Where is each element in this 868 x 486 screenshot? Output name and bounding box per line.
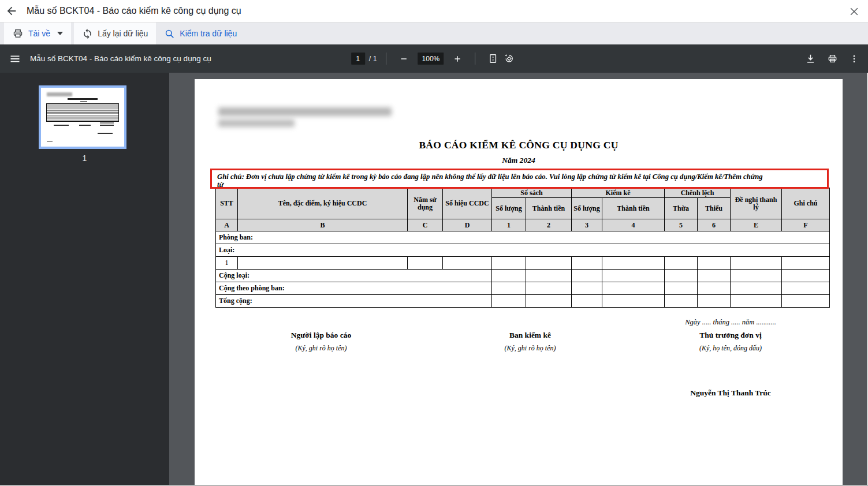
empty-cell [782, 295, 830, 308]
signature-title: Ban kiểm kê [455, 331, 605, 340]
empty-cell [492, 257, 526, 270]
thumb-name-line [98, 133, 113, 134]
caret-down-icon[interactable] [57, 32, 63, 35]
signature-block-director: Thủ trưởng đơn vị (Ký, họ tên, đóng dấu) [655, 331, 806, 353]
thumbnail-sidebar: 1 [0, 73, 169, 486]
empty-cell [698, 257, 731, 270]
empty-cell [782, 270, 830, 282]
pdf-document-title: Mẫu số BCKT04 - Báo cáo kiểm kê công cụ … [30, 54, 211, 63]
document-page: BÁO CÁO KIỂM KÊ CÔNG CỤ DỤNG CỤ Năm 2024… [195, 79, 843, 486]
zoom-out-button[interactable] [396, 51, 412, 67]
empty-cell [731, 257, 782, 270]
signature-block-preparer: Người lập báo cáo (Ký, ghi rõ họ tên) [246, 331, 396, 353]
fit-to-page-button[interactable] [485, 51, 501, 67]
check-data-button[interactable]: Kiểm tra dữ liệu [156, 23, 245, 44]
empty-cell [408, 257, 443, 270]
empty-cell [572, 282, 602, 295]
pdf-toolbar: Mẫu số BCKT04 - Báo cáo kiểm kê công cụ … [0, 44, 868, 73]
empty-cell [731, 282, 782, 295]
row-type: Loại: [216, 244, 830, 257]
letter-cell: 3 [572, 219, 602, 231]
search-icon [164, 28, 175, 39]
empty-cell [492, 270, 526, 282]
empty-cell [492, 295, 526, 308]
header-surplus: Thừa [665, 198, 698, 219]
pdf-more-button[interactable] [846, 51, 862, 67]
reload-data-button[interactable]: Lấy lại dữ liệu [74, 23, 156, 44]
close-button[interactable] [847, 5, 861, 18]
header-shortage: Thiếu [698, 198, 731, 219]
empty-cell [572, 257, 602, 270]
header-inv-amount: Thành tiền [602, 198, 665, 219]
pdf-download-button[interactable] [802, 51, 818, 67]
letter-cell: F [782, 219, 830, 231]
letter-cell: A [216, 219, 238, 231]
empty-cell [443, 257, 492, 270]
empty-cell [602, 270, 665, 282]
table-row: Tổng cộng: [216, 295, 830, 308]
empty-cell [731, 270, 782, 282]
header-note: Ghi chú [782, 188, 830, 219]
warning-note-text: Ghi chú: Đơn vị chưa lập chứng từ kiểm k… [217, 173, 822, 181]
letter-cell: E [731, 219, 782, 231]
header-year: Năm sử dụng [408, 188, 443, 219]
thumb-signature-line [100, 125, 114, 126]
table-row: 1 [216, 257, 830, 270]
empty-cell [572, 295, 602, 308]
more-vertical-icon [849, 54, 859, 64]
thumb-blurred-header [47, 92, 72, 96]
signer-name: Nguyễn Thị Thanh Trúc [655, 388, 806, 398]
print-icon [827, 53, 838, 64]
letter-cell: 5 [665, 219, 698, 231]
empty-cell [492, 282, 526, 295]
header-code: Số hiệu CCDC [443, 188, 492, 219]
page-thumbnail[interactable] [39, 85, 126, 149]
menu-button[interactable] [5, 48, 25, 69]
action-toolbar: Tải về Lấy lại dữ liệu Kiểm tra dữ liệu [0, 23, 868, 44]
row-index-cell: 1 [216, 257, 238, 270]
minus-icon [400, 54, 409, 63]
hamburger-icon [9, 53, 21, 65]
plus-icon [453, 54, 462, 63]
thumb-signature-line [79, 125, 91, 126]
download-icon [805, 53, 816, 64]
header-group-inventory: Kiểm kê [572, 188, 665, 198]
thumb-subtitle-line [80, 101, 87, 102]
empty-cell [698, 270, 731, 282]
zoom-level-input[interactable]: 100% [418, 53, 444, 65]
back-button[interactable] [0, 0, 23, 23]
header-group-book: Sổ sách [492, 188, 572, 198]
rotate-button[interactable] [501, 51, 517, 67]
letter-cell: C [408, 219, 443, 231]
window-title: Mẫu số BCKT04 - Báo cáo kiểm kê công cụ … [27, 6, 241, 16]
empty-cell [782, 282, 830, 295]
empty-cell [665, 270, 698, 282]
pdf-page-zoom-controls: 1 / 1 100% [351, 51, 517, 67]
refresh-icon [82, 28, 93, 39]
letter-cell: 6 [698, 219, 731, 231]
letter-cell: 4 [602, 219, 665, 231]
empty-cell [526, 257, 572, 270]
empty-cell [572, 270, 602, 282]
zoom-in-button[interactable] [449, 51, 465, 67]
pdf-print-button[interactable] [824, 51, 840, 67]
check-label: Kiểm tra dữ liệu [180, 29, 237, 38]
header-book-qty: Số lượng [492, 198, 526, 219]
printer-icon [12, 28, 24, 39]
redacted-company-line [218, 119, 295, 127]
download-label: Tải về [28, 29, 50, 38]
header-name: Tên, đặc điểm, ký hiệu CCDC [238, 188, 408, 219]
row-sum-department: Cộng theo phòng ban: [216, 282, 492, 295]
download-file-button[interactable]: Tải về [4, 23, 71, 44]
page-area: BÁO CÁO KIỂM KÊ CÔNG CỤ DỤNG CỤ Năm 2024… [169, 73, 868, 486]
page-number-input[interactable]: 1 [351, 53, 365, 65]
divider [386, 53, 387, 65]
window: Mẫu số BCKT04 - Báo cáo kiểm kê công cụ … [0, 0, 868, 486]
row-total: Tổng cộng: [216, 295, 492, 308]
thumbnail-page-number: 1 [0, 154, 169, 163]
letter-cell: B [238, 219, 408, 231]
back-arrow-icon [5, 5, 18, 17]
row-sum-type: Cộng loại: [216, 270, 492, 282]
header-disposal: Đề nghị thanh lý [731, 188, 782, 219]
header-inv-qty: Số lượng [572, 198, 602, 219]
